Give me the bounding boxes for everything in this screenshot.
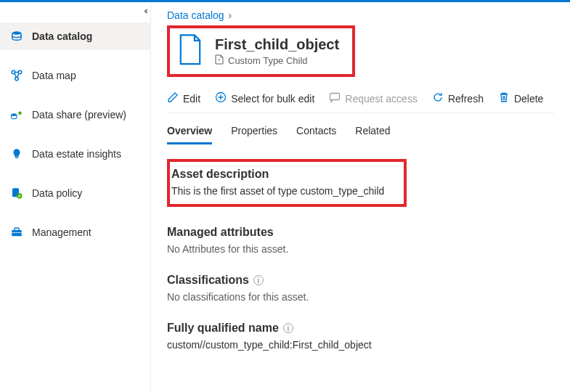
bulb-icon <box>10 147 23 160</box>
sidebar-item-label: Data catalog <box>32 30 92 42</box>
breadcrumb-root[interactable]: Data catalog <box>167 9 224 21</box>
tab-related[interactable]: Related <box>355 121 390 144</box>
pencil-icon <box>167 91 179 105</box>
section-attributes-body: No Attributes for this asset. <box>167 243 554 255</box>
svg-point-0 <box>12 31 21 35</box>
sidebar-item-data-insights[interactable]: Data estate insights <box>0 140 150 168</box>
info-icon[interactable]: i <box>253 275 264 285</box>
asset-title-block: First_child_object ? Custom Type Child <box>167 25 355 77</box>
sidebar-item-data-share[interactable]: Data share (preview) <box>0 101 150 128</box>
refresh-button[interactable]: Refresh <box>432 91 484 105</box>
collapse-sidebar-icon[interactable]: ‹‹ <box>144 5 146 16</box>
asset-title: First_child_object <box>215 36 339 53</box>
share-icon <box>10 108 23 121</box>
database-icon <box>10 30 23 43</box>
tab-properties[interactable]: Properties <box>231 121 277 144</box>
section-description: Asset description This is the first asse… <box>167 159 407 207</box>
section-classifications-body: No classifications for this asset. <box>167 291 554 303</box>
svg-rect-13 <box>330 94 340 100</box>
svg-rect-9 <box>12 230 22 236</box>
info-icon[interactable]: i <box>283 323 293 333</box>
request-access-button: Request access <box>329 91 418 105</box>
refresh-icon <box>432 91 444 105</box>
section-description-title: Asset description <box>171 168 392 181</box>
document-icon <box>177 34 203 68</box>
tabs: Overview Properties Contacts Related <box>167 121 554 144</box>
sidebar-item-data-catalog[interactable]: Data catalog <box>0 23 150 50</box>
main-content: Data catalog › First_child_object ? Cust… <box>151 2 570 392</box>
chat-icon <box>329 91 341 105</box>
sidebar-item-label: Data share (preview) <box>32 109 126 121</box>
section-attributes-title: Managed attributes <box>167 226 554 239</box>
svg-point-4 <box>12 113 17 116</box>
section-classifications-title: Classifications <box>167 274 249 287</box>
sidebar-item-data-map[interactable]: Data map <box>0 62 150 89</box>
sidebar: ‹‹ Data catalog Data map Data share (pre… <box>0 2 151 392</box>
sidebar-item-management[interactable]: Management <box>0 219 150 246</box>
plus-circle-icon <box>215 91 227 105</box>
sidebar-item-label: Data estate insights <box>32 148 121 160</box>
edit-button[interactable]: Edit <box>167 91 200 105</box>
sidebar-item-data-policy[interactable]: Data policy <box>0 179 150 207</box>
section-fqn-title: Fully qualified name <box>167 322 279 335</box>
policy-icon <box>10 187 23 200</box>
section-classifications: Classifications i No classifications for… <box>167 274 554 303</box>
command-bar: Edit Select for bulk edit Request access… <box>167 87 554 113</box>
select-bulk-button[interactable]: Select for bulk edit <box>215 91 314 105</box>
delete-button[interactable]: Delete <box>498 91 543 105</box>
toolbox-icon <box>10 226 23 239</box>
svg-point-3 <box>15 77 19 81</box>
trash-icon <box>498 91 510 105</box>
svg-text:?: ? <box>218 58 221 62</box>
svg-point-5 <box>18 112 22 115</box>
section-attributes: Managed attributes No Attributes for thi… <box>167 226 554 255</box>
section-fqn-body: custom//custom_type_child:First_child_ob… <box>167 339 554 351</box>
breadcrumb: Data catalog › <box>167 9 554 21</box>
svg-rect-6 <box>15 158 19 159</box>
section-description-body: This is the first asset of type custom_t… <box>171 185 392 197</box>
sidebar-item-label: Data map <box>32 70 76 81</box>
tab-overview[interactable]: Overview <box>167 121 212 144</box>
map-icon <box>10 69 23 82</box>
svg-rect-10 <box>12 232 22 233</box>
file-type-icon: ? <box>215 54 224 67</box>
asset-subtype: Custom Type Child <box>228 55 308 66</box>
chevron-right-icon: › <box>229 9 232 21</box>
sidebar-item-label: Data policy <box>32 187 82 199</box>
sidebar-item-label: Management <box>32 226 91 238</box>
tab-contacts[interactable]: Contacts <box>296 121 336 144</box>
section-fqn: Fully qualified name i custom//custom_ty… <box>167 322 554 351</box>
